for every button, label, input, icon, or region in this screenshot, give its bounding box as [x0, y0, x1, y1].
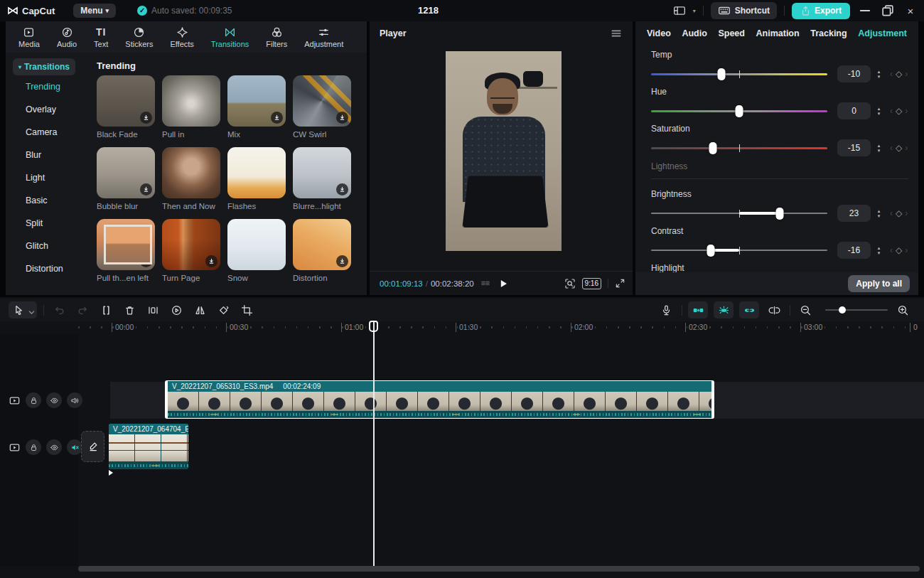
next-keyframe-icon[interactable]: ›: [905, 245, 908, 255]
speaker-icon[interactable]: [67, 392, 82, 408]
export-button[interactable]: Export: [792, 3, 850, 19]
transition-thumbnail[interactable]: [293, 75, 351, 127]
zoom-in-button[interactable]: [893, 301, 912, 319]
transition-thumbnail[interactable]: [97, 219, 155, 270]
playhead-line[interactable]: [373, 321, 375, 566]
shortcut-button[interactable]: Shortcut: [711, 2, 777, 19]
transition-thumbnail[interactable]: [97, 75, 155, 127]
speaker-muted-icon[interactable]: [67, 439, 82, 455]
rotate-button[interactable]: [214, 301, 232, 319]
keyframe-diamond-icon[interactable]: ◇: [896, 208, 902, 218]
prev-keyframe-icon[interactable]: ‹: [890, 208, 893, 218]
timeline-zoom-slider[interactable]: [825, 309, 888, 311]
sidebar-item-glitch[interactable]: Glitch: [13, 235, 91, 257]
edit-tool-button[interactable]: [81, 431, 104, 462]
timeline-ruler[interactable]: 00:0000:3001:0001:3002:0002:3003:000: [0, 321, 924, 334]
saturation-value-input[interactable]: -15: [837, 139, 871, 156]
value-stepper[interactable]: ▴▾: [874, 242, 884, 259]
slider-handle[interactable]: [707, 245, 715, 257]
transition-thumbnail[interactable]: [293, 147, 351, 198]
sidebar-group-transitions[interactable]: ▾Transitions: [13, 58, 75, 75]
contrast-value-input[interactable]: -16: [837, 242, 871, 259]
sidebar-item-light[interactable]: Light: [13, 166, 91, 189]
inspector-tab-animation[interactable]: Animation: [756, 28, 800, 38]
transition-item[interactable]: Turn Page: [162, 219, 220, 282]
brightness-slider[interactable]: [651, 213, 827, 214]
contrast-slider[interactable]: [651, 250, 827, 251]
timeline-clip-2[interactable]: V_20221207_064704_E: [109, 424, 188, 469]
split-preview-button[interactable]: [765, 301, 783, 319]
download-icon[interactable]: [336, 255, 348, 267]
caret-down-icon[interactable]: [26, 306, 33, 314]
transition-item[interactable]: Mix: [227, 75, 286, 139]
sidebar-item-camera[interactable]: Camera: [13, 121, 91, 144]
timeline-scrollbar[interactable]: [78, 566, 920, 572]
brightness-value-input[interactable]: 23: [837, 205, 871, 222]
tab-transitions[interactable]: Transitions: [203, 26, 257, 48]
speed-button[interactable]: [167, 301, 186, 319]
transition-item[interactable]: Then and Now: [162, 147, 220, 210]
record-voiceover-button[interactable]: [657, 301, 675, 319]
keyframe-diamond-icon[interactable]: ◇: [896, 245, 902, 255]
download-icon[interactable]: [271, 112, 283, 124]
mirror-button[interactable]: [190, 301, 209, 319]
video-track-icon[interactable]: [9, 441, 21, 454]
transition-thumbnail[interactable]: [162, 219, 220, 270]
select-tool-button[interactable]: [9, 301, 37, 319]
transition-thumbnail[interactable]: [227, 75, 286, 127]
auto-snap-button[interactable]: [714, 301, 734, 319]
restore-button[interactable]: [880, 3, 896, 18]
next-keyframe-icon[interactable]: ›: [905, 69, 908, 79]
frames-icon[interactable]: [480, 278, 491, 289]
transition-item[interactable]: Pull in: [162, 75, 220, 139]
transition-thumbnail[interactable]: [227, 147, 286, 198]
zoom-slider-handle[interactable]: [839, 306, 846, 314]
next-keyframe-icon[interactable]: ›: [905, 106, 908, 116]
eye-icon[interactable]: [46, 392, 62, 408]
download-icon[interactable]: [140, 112, 152, 124]
slider-handle[interactable]: [736, 105, 743, 117]
transition-item[interactable]: Snow: [227, 219, 286, 282]
download-icon[interactable]: [336, 183, 348, 196]
value-stepper[interactable]: ▴▾: [874, 139, 884, 156]
inspector-tab-speed[interactable]: Speed: [718, 28, 745, 38]
inspector-tab-adjustment[interactable]: Adjustment: [858, 28, 907, 38]
lock-icon[interactable]: [26, 439, 41, 455]
keyframe-diamond-icon[interactable]: ◇: [896, 143, 902, 153]
transition-item[interactable]: Blurre...hlight: [293, 147, 351, 210]
slider-handle[interactable]: [776, 208, 784, 220]
prev-keyframe-icon[interactable]: ‹: [890, 106, 893, 116]
layout-icon[interactable]: [673, 4, 686, 17]
hue-value-input[interactable]: 0: [837, 102, 871, 119]
next-keyframe-icon[interactable]: ›: [905, 143, 908, 153]
download-icon[interactable]: [205, 255, 217, 267]
tab-audio[interactable]: Audio: [48, 26, 85, 48]
transition-item[interactable]: Bubble blur: [97, 147, 155, 210]
crop-button[interactable]: [237, 301, 256, 319]
tab-text[interactable]: TIText: [85, 26, 117, 48]
value-stepper[interactable]: ▴▾: [874, 102, 884, 119]
hue-slider[interactable]: [651, 110, 827, 112]
transition-item[interactable]: Distortion: [293, 219, 351, 282]
timeline-clip-1[interactable]: V_20221207_065310_ES3.mp4 00:02:24:09: [165, 380, 714, 419]
caret-down-icon[interactable]: ▾: [693, 8, 696, 14]
sidebar-item-overlay[interactable]: Overlay: [13, 98, 91, 121]
transition-thumbnail[interactable]: [162, 147, 220, 198]
minimize-button[interactable]: [857, 3, 873, 18]
hamburger-icon[interactable]: [610, 27, 623, 40]
sidebar-item-distortion[interactable]: Distortion: [13, 257, 91, 280]
prev-keyframe-icon[interactable]: ‹: [890, 69, 893, 79]
eye-icon[interactable]: [46, 439, 62, 455]
slider-handle[interactable]: [709, 142, 716, 154]
keyframe-diamond-icon[interactable]: ◇: [896, 106, 902, 116]
download-icon[interactable]: [140, 183, 152, 196]
video-preview[interactable]: [446, 51, 562, 251]
sidebar-item-split[interactable]: Split: [13, 212, 91, 235]
transition-item[interactable]: Black Fade: [97, 75, 155, 139]
value-stepper[interactable]: ▴▾: [874, 205, 884, 222]
focus-zoom-icon[interactable]: [564, 278, 576, 289]
expand-icon[interactable]: [615, 278, 625, 289]
temp-slider[interactable]: [651, 73, 827, 75]
inspector-tab-audio[interactable]: Audio: [682, 28, 707, 38]
transition-thumbnail[interactable]: [227, 219, 286, 270]
